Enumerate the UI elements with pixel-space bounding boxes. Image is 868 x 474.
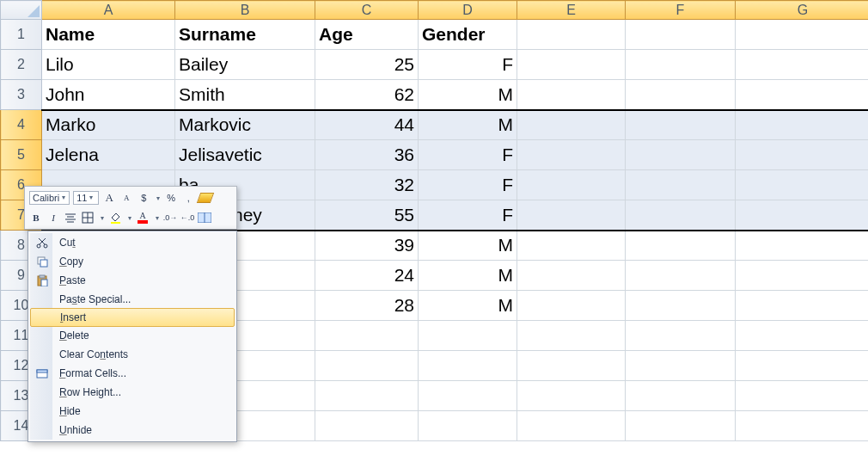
cell[interactable]: M bbox=[419, 291, 517, 321]
cell[interactable] bbox=[626, 140, 736, 170]
cell[interactable]: 55 bbox=[315, 200, 419, 231]
menu-item-insert[interactable]: Insert bbox=[30, 308, 235, 327]
cell[interactable]: Jelisavetic bbox=[175, 140, 315, 170]
menu-item-format-cells[interactable]: Format Cells... bbox=[30, 364, 235, 383]
cell[interactable] bbox=[626, 291, 736, 321]
cell[interactable] bbox=[626, 381, 736, 411]
menu-item-row-height[interactable]: Row Height... bbox=[30, 383, 235, 402]
col-header-E[interactable]: E bbox=[517, 1, 626, 20]
cell[interactable] bbox=[315, 411, 419, 441]
cell[interactable] bbox=[419, 321, 517, 351]
cell[interactable]: 24 bbox=[315, 261, 419, 291]
cell[interactable]: Age bbox=[315, 20, 419, 50]
format-painter-icon[interactable] bbox=[199, 191, 212, 205]
cell[interactable] bbox=[517, 50, 626, 80]
font-name-input[interactable]: Calibri▾ bbox=[29, 191, 70, 205]
cell[interactable] bbox=[517, 231, 626, 261]
percent-icon[interactable]: % bbox=[164, 191, 178, 205]
cell[interactable] bbox=[736, 80, 869, 110]
col-header-C[interactable]: C bbox=[315, 1, 419, 20]
cell[interactable] bbox=[736, 381, 869, 411]
cell[interactable] bbox=[517, 291, 626, 321]
cell[interactable]: F bbox=[419, 140, 517, 170]
cell[interactable] bbox=[419, 381, 517, 411]
cell[interactable] bbox=[626, 321, 736, 351]
cell[interactable]: Jelena bbox=[42, 140, 175, 170]
font-size-input[interactable]: 11▾ bbox=[73, 191, 99, 205]
menu-item-unhide[interactable]: Unhide bbox=[30, 421, 235, 440]
cell[interactable]: M bbox=[419, 261, 517, 291]
cell[interactable]: 62 bbox=[315, 80, 419, 110]
cell[interactable]: 28 bbox=[315, 291, 419, 321]
grow-font-icon[interactable]: A bbox=[102, 191, 116, 205]
cell[interactable]: F bbox=[419, 170, 517, 200]
cell[interactable] bbox=[517, 20, 626, 50]
italic-icon[interactable]: I bbox=[46, 211, 60, 225]
cell[interactable]: F bbox=[419, 50, 517, 80]
cell[interactable] bbox=[517, 140, 626, 170]
table-row[interactable]: 3 John Smith 62 M bbox=[1, 80, 869, 110]
select-all-corner[interactable] bbox=[1, 1, 42, 20]
fill-color-icon[interactable] bbox=[108, 211, 122, 225]
col-header-G[interactable]: G bbox=[736, 1, 869, 20]
cell[interactable]: M bbox=[419, 80, 517, 110]
cell[interactable]: Bailey bbox=[175, 50, 315, 80]
cell[interactable] bbox=[626, 50, 736, 80]
dropdown-icon[interactable]: ▾ bbox=[125, 214, 132, 222]
bold-icon[interactable]: B bbox=[29, 211, 43, 225]
cell[interactable] bbox=[736, 170, 869, 200]
table-row[interactable]: 4 Marko Markovic 44 M bbox=[1, 110, 869, 140]
menu-item-paste[interactable]: Paste bbox=[30, 271, 235, 290]
cell[interactable] bbox=[517, 110, 626, 140]
cell[interactable] bbox=[517, 351, 626, 381]
cell[interactable] bbox=[626, 200, 736, 231]
row-header[interactable]: 1 bbox=[1, 20, 42, 50]
menu-item-delete[interactable]: Delete bbox=[30, 326, 235, 345]
cell[interactable] bbox=[736, 351, 869, 381]
cell[interactable]: John bbox=[42, 80, 175, 110]
cell[interactable] bbox=[419, 351, 517, 381]
currency-icon[interactable]: $ bbox=[137, 191, 150, 205]
row-header[interactable]: 2 bbox=[1, 50, 42, 80]
font-color-icon[interactable]: A bbox=[136, 211, 150, 225]
cell[interactable]: 32 bbox=[315, 170, 419, 200]
comma-icon[interactable]: , bbox=[181, 191, 195, 205]
cell[interactable]: Gender bbox=[419, 20, 517, 50]
cell[interactable]: 25 bbox=[315, 50, 419, 80]
cell[interactable] bbox=[315, 321, 419, 351]
cell[interactable] bbox=[626, 231, 736, 261]
row-header[interactable]: 5 bbox=[1, 140, 42, 170]
cell[interactable]: M bbox=[419, 110, 517, 140]
cell[interactable] bbox=[736, 110, 869, 140]
menu-item-paste-special[interactable]: Paste Special... bbox=[30, 290, 235, 309]
borders-icon[interactable] bbox=[81, 211, 95, 225]
cell[interactable]: Smith bbox=[175, 80, 315, 110]
col-header-A[interactable]: A bbox=[42, 1, 175, 20]
col-header-F[interactable]: F bbox=[626, 1, 736, 20]
cell[interactable] bbox=[517, 170, 626, 200]
cell[interactable]: M bbox=[419, 231, 517, 261]
cell[interactable] bbox=[315, 351, 419, 381]
cell[interactable] bbox=[626, 261, 736, 291]
cell[interactable] bbox=[736, 321, 869, 351]
cell[interactable] bbox=[626, 80, 736, 110]
cell[interactable] bbox=[517, 261, 626, 291]
cell[interactable] bbox=[736, 411, 869, 441]
menu-item-clear-contents[interactable]: Clear Contents bbox=[30, 345, 235, 364]
cell[interactable] bbox=[736, 291, 869, 321]
cell[interactable] bbox=[517, 411, 626, 441]
table-row[interactable]: 1 Name Surname Age Gender bbox=[1, 20, 869, 50]
cell[interactable]: Surname bbox=[175, 20, 315, 50]
row-header[interactable]: 4 bbox=[1, 110, 42, 140]
decrease-decimal-icon[interactable]: ←.0 bbox=[180, 211, 194, 225]
increase-decimal-icon[interactable]: .0→ bbox=[163, 211, 177, 225]
cell[interactable] bbox=[517, 321, 626, 351]
cell[interactable] bbox=[736, 50, 869, 80]
cell[interactable] bbox=[736, 140, 869, 170]
cell[interactable]: Markovic bbox=[175, 110, 315, 140]
table-row[interactable]: 2 Lilo Bailey 25 F bbox=[1, 50, 869, 80]
cell[interactable] bbox=[315, 381, 419, 411]
cell[interactable] bbox=[517, 381, 626, 411]
cell[interactable]: F bbox=[419, 200, 517, 231]
cell[interactable] bbox=[736, 20, 869, 50]
